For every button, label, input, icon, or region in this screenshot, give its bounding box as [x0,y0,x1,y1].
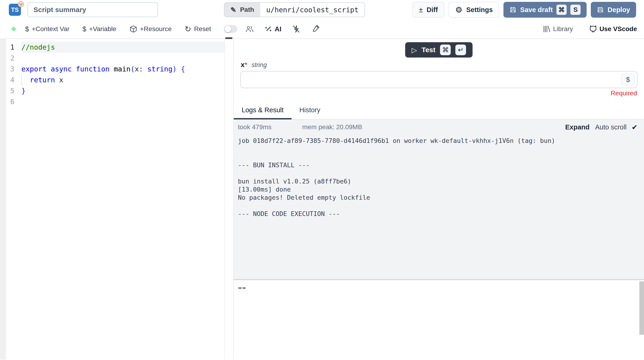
code-text: return x [21,74,224,85]
test-label: Test [422,46,435,54]
format-code-button[interactable] [311,25,320,33]
toggle-knob [225,26,231,32]
code-text: } [21,85,224,96]
script-summary-input[interactable] [28,2,158,17]
log-output: job 018d7f22-af89-7385-7780-d4146d1f96b1… [238,137,644,218]
dollar-icon: $ [626,76,630,83]
settings-label: Settings [466,6,493,14]
github-octocat-icon [589,25,597,33]
library-books-icon [543,25,551,33]
code-line[interactable]: 1//nodejs [0,42,224,53]
paintbrush-icon [311,25,320,33]
expand-button[interactable]: Expand [565,123,590,131]
tab-history[interactable]: History [292,103,328,119]
line-number: 3 [0,64,14,74]
duration-label: took 479ms [238,123,272,131]
settings-button[interactable]: Settings [448,2,499,18]
code-line[interactable]: 2 [0,53,224,64]
save-icon [510,6,516,13]
bun-runtime-badge-icon [18,1,24,7]
save-icon [597,6,604,13]
kbd-cmd: ⌘ [556,5,567,15]
result-scrollbar-thumb[interactable] [639,281,644,335]
kbd-cmd-icon: ⌘ [440,44,451,55]
code-editor[interactable]: 1//nodejs23export async function main(x:… [0,39,225,360]
preview-panel: ▷ Test ⌘ ↵ x * string $ Required Logs & … [233,39,644,360]
auto-scroll-label: Auto scroll [595,123,626,131]
code-text: //nodejs [21,42,224,53]
add-resource-button[interactable]: +Resource [130,25,172,33]
code-text [21,53,224,64]
test-row: ▷ Test ⌘ ↵ [234,39,644,57]
save-draft-label: Save draft [520,6,553,14]
required-hint: Required [241,90,637,98]
path-label: Path [240,6,254,13]
disable-autorun-button[interactable] [292,25,300,33]
diff-mode-toggle[interactable] [224,25,238,33]
use-vscode-label: Use VScode [600,25,637,33]
mem-peak-label: mem peak: 20.09MB [302,123,362,131]
auto-scroll-checkbox[interactable]: ✔ [632,123,638,131]
code-lines[interactable]: 1//nodejs23export async function main(x:… [0,39,224,107]
refresh-icon: ↻ [185,24,192,34]
topbar-left-group: TS [9,0,158,19]
code-line[interactable]: 6 [0,96,224,107]
result-value: "" [238,286,644,294]
collaborators-button[interactable] [245,25,254,33]
panel-splitter[interactable] [225,39,233,360]
tab-logs-result[interactable]: Logs & Result [234,103,292,119]
gear-icon [455,6,462,13]
result-tabs: Logs & Result History [234,103,644,119]
argument-name: x [241,61,245,69]
main-split-view: 1//nodejs23export async function main(x:… [0,39,644,360]
diff-label: Diff [426,6,438,14]
code-line[interactable]: 3export async function main(x: string) { [0,64,224,74]
magic-wand-icon [264,25,272,33]
users-icon [245,25,254,33]
required-asterisk: * [245,61,248,69]
deploy-label: Deploy [608,6,630,14]
line-number: 6 [0,96,14,107]
plus-minus-icon: ± [419,5,423,14]
code-text [21,96,224,107]
reset-button[interactable]: ↻ Reset [185,24,211,34]
add-context-var-button[interactable]: $ +Context Var [25,25,70,33]
editor-toolbar: $ +Context Var $ +Variable +Resource ↻ R… [0,19,644,39]
result-area: "" [234,280,644,360]
argument-label-row: x * string [241,61,637,69]
add-variable-label: +Variable [89,25,116,33]
line-number: 1 [0,42,14,53]
diff-button[interactable]: ± Diff [412,2,444,18]
add-context-var-label: +Context Var [32,25,70,33]
deploy-button[interactable]: Deploy [591,2,636,18]
toolbar-right-group: Library Use VScode [543,25,637,33]
logs-panel: took 479ms mem peak: 20.09MB Expand Auto… [234,119,644,279]
code-line[interactable]: 5} [0,85,224,96]
log-meta-row: took 479ms mem peak: 20.09MB Expand Auto… [238,119,644,135]
use-vscode-button[interactable]: Use VScode [589,25,637,33]
path-button[interactable]: ✎ Path u/henri/coolest_script [224,2,365,17]
package-icon [130,25,137,33]
ai-assistant-button[interactable]: AI [264,25,281,33]
top-bar: TS ✎ Path u/henri/coolest_script ± Diff [0,0,644,19]
save-draft-button[interactable]: Save draft ⌘ S [504,2,586,18]
argument-input-wrap: $ [240,71,638,88]
library-button[interactable]: Library [543,25,573,33]
panel-resize-handle[interactable] [225,37,232,39]
code-text: export async function main(x: string) { [21,64,224,74]
edit-pencil-icon: ✎ [230,6,236,14]
reset-label: Reset [194,25,211,33]
line-number: 5 [0,85,14,96]
argument-x-input[interactable] [241,71,637,88]
add-variable-button[interactable]: $ +Variable [82,25,116,33]
topbar-actions: ± Diff Settings Save draft ⌘ S [412,2,636,18]
path-label-section: ✎ Path [224,3,260,17]
library-label: Library [553,25,573,33]
kbd-s: S [570,5,580,15]
test-button[interactable]: ▷ Test ⌘ ↵ [405,42,473,57]
code-line[interactable]: 4 return x [0,74,224,85]
ai-label: AI [274,25,281,33]
add-resource-label: +Resource [140,25,172,33]
flash-off-icon [292,25,300,33]
insert-variable-button[interactable]: $ [621,74,635,86]
